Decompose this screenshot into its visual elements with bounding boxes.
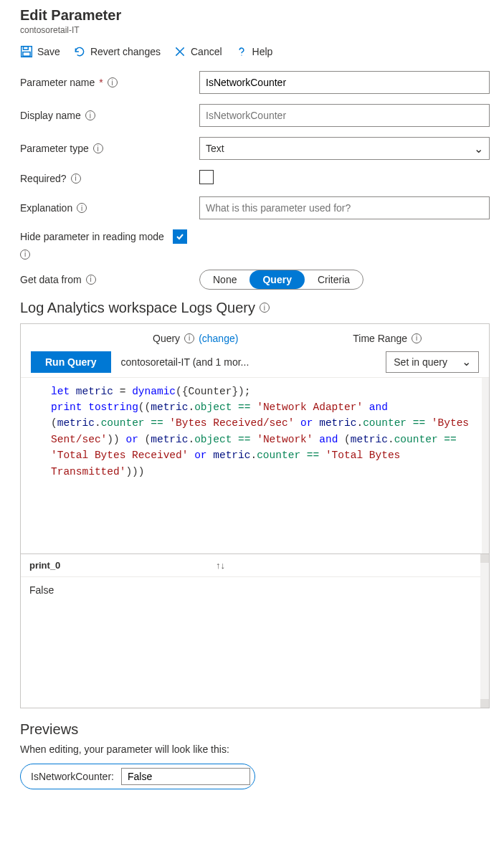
previews-subtitle: When editing, your parameter will look l… [20,743,490,755]
check-icon [175,232,185,242]
change-link[interactable]: (change) [199,333,238,344]
get-data-label: Get data from i [20,274,199,285]
help-label: Help [252,46,273,57]
cancel-label: Cancel [191,46,222,57]
run-query-button[interactable]: Run Query [31,351,111,373]
preview-pill[interactable]: IsNetworkCounter: [20,764,255,789]
svg-point-3 [241,54,242,55]
pill-query[interactable]: Query [249,270,304,289]
info-icon[interactable]: i [93,143,103,153]
save-icon [20,45,33,58]
pill-none[interactable]: None [200,270,249,289]
query-editor[interactable]: let metric = dynamic({Counter}); print t… [21,378,489,553]
info-icon[interactable]: i [71,174,81,184]
info-icon[interactable]: i [85,110,95,120]
hide-checkbox[interactable] [173,229,187,244]
sort-icon[interactable]: ↑↓ [216,560,225,571]
svg-rect-1 [24,47,29,50]
get-data-pills: None Query Criteria [199,270,363,290]
info-icon[interactable]: i [184,333,194,343]
time-range-select[interactable]: Set in query ⌄ [386,351,479,373]
scrollbar[interactable] [480,554,489,708]
page-title: Edit Parameter [20,7,490,24]
revert-label: Revert changes [90,46,161,57]
param-type-value: Text [206,143,224,154]
info-icon[interactable]: i [20,250,30,260]
save-label: Save [37,46,60,57]
table-row[interactable]: False [29,584,480,596]
required-label: Required? i [20,173,199,184]
preview-pill-label: IsNetworkCounter: [31,771,114,782]
results-column-header[interactable]: print_0 [29,560,216,571]
help-button[interactable]: Help [235,45,273,58]
time-range-label: Time Range i [353,333,422,344]
previews-title: Previews [20,721,490,738]
explanation-label: Explanation i [20,202,199,214]
save-button[interactable]: Save [20,45,60,58]
query-label: Query i (change) [153,333,238,344]
info-icon[interactable]: i [77,203,87,213]
pill-criteria[interactable]: Criteria [305,270,363,289]
query-section-title: Log Analytics workspace Logs Query i [20,300,490,316]
info-icon[interactable]: i [108,77,118,87]
chevron-down-icon: ⌄ [474,142,483,156]
display-name-input[interactable] [199,104,490,127]
param-type-label: Parameter type i [20,143,199,154]
param-name-input[interactable] [199,71,490,94]
revert-icon [73,45,86,58]
cancel-button[interactable]: Cancel [173,45,222,58]
hide-label: Hide parameter in reading mode [20,231,164,242]
cancel-icon [173,45,186,58]
required-checkbox[interactable] [199,170,214,184]
help-icon [235,45,248,58]
time-range-value: Set in query [394,356,447,368]
info-icon[interactable]: i [260,303,270,313]
param-type-select[interactable]: Text ⌄ [199,137,490,160]
chevron-down-icon: ⌄ [462,355,471,369]
page-subtitle: contosoretail-IT [20,25,490,35]
info-icon[interactable]: i [412,333,422,343]
preview-pill-input[interactable] [121,768,250,785]
toolbar: Save Revert changes Cancel Help [20,45,490,58]
display-name-label: Display name i [20,110,199,121]
results-grid: print_0 ↑↓ False [21,553,489,708]
query-box: Query i (change) Time Range i Run Query … [20,323,490,708]
query-scope[interactable]: contosoretail-IT (and 1 mor... [121,356,257,368]
info-icon[interactable]: i [86,275,96,285]
scrollbar[interactable] [482,378,489,553]
svg-rect-2 [23,52,30,57]
revert-button[interactable]: Revert changes [73,45,161,58]
param-name-label: Parameter name* i [20,77,199,88]
explanation-input[interactable] [199,196,490,219]
